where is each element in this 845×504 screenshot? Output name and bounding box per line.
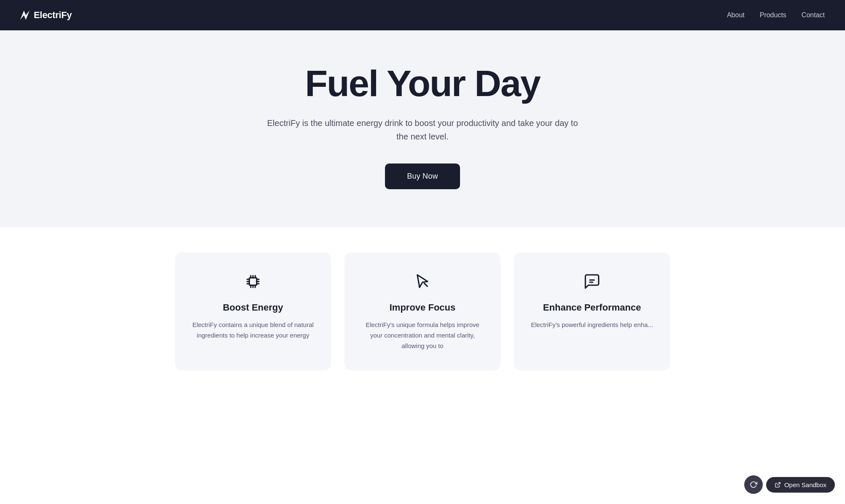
feature-title-focus: Improve Focus <box>360 302 485 313</box>
buy-now-button[interactable]: Buy Now <box>385 164 460 189</box>
feature-card-performance: Enhance Performance ElectriFy's powerful… <box>514 252 670 370</box>
feature-card-energy: Boost Energy ElectriFy contains a unique… <box>175 252 331 370</box>
nav-links: About Products Contact <box>727 11 825 19</box>
hero-section: Fuel Your Day ElectriFy is the ultimate … <box>0 30 845 227</box>
feature-desc-performance: ElectriFy's powerful ingredients help en… <box>529 320 655 330</box>
features-section: Boost Energy ElectriFy contains a unique… <box>0 227 845 396</box>
feature-title-performance: Enhance Performance <box>529 302 655 313</box>
nav-products[interactable]: Products <box>760 11 786 19</box>
logo[interactable]: ElectriFy <box>20 10 72 21</box>
hero-heading: Fuel Your Day <box>20 64 825 103</box>
feature-desc-focus: ElectriFy's unique formula helps improve… <box>360 320 485 351</box>
feature-desc-energy: ElectriFy contains a unique blend of nat… <box>190 320 316 341</box>
pointer-icon <box>360 273 485 290</box>
feature-title-energy: Boost Energy <box>190 302 316 313</box>
hero-description: ElectriFy is the ultimate energy drink t… <box>262 116 583 143</box>
feature-card-focus: Improve Focus ElectriFy's unique formula… <box>344 252 501 370</box>
svg-rect-0 <box>249 278 257 286</box>
nav-contact[interactable]: Contact <box>802 11 825 19</box>
message-icon <box>529 273 655 290</box>
cpu-icon <box>190 273 316 290</box>
logo-icon <box>20 11 30 20</box>
navbar: ElectriFy About Products Contact <box>0 0 845 30</box>
nav-about[interactable]: About <box>727 11 745 19</box>
logo-text: ElectriFy <box>34 10 72 21</box>
